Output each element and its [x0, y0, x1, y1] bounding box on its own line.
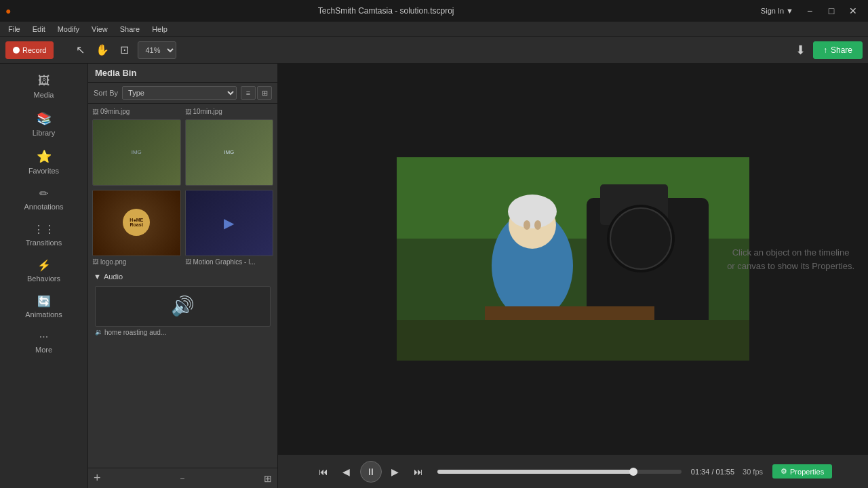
logo-label-row: 🖼 logo.png — [92, 258, 181, 266]
record-button[interactable]: Record — [5, 41, 54, 59]
props-hint-line1: Click an object on the timeline — [732, 247, 850, 258]
audio-file-icon: 🔉 — [95, 329, 102, 336]
media-bin: Media Bin Sort By Type ≡ ⊞ 🖼 09min.jpg 🖼… — [88, 64, 278, 488]
sidebar-item-media[interactable]: 🖼 Media — [3, 68, 85, 104]
media-item-logo[interactable]: H●ME Roast 🖼 logo.png — [92, 190, 181, 266]
audio-section-label: Audio — [104, 272, 123, 281]
sidebar-label-favorites: Favorites — [28, 167, 59, 175]
download-button[interactable]: ⬇ — [792, 41, 809, 59]
svg-point-10 — [534, 220, 541, 230]
menu-file[interactable]: File — [3, 24, 26, 35]
mg-label-row: 🖼 Motion Graphics - l... — [185, 258, 274, 266]
menu-edit[interactable]: Edit — [27, 24, 51, 35]
more-icon: ··· — [39, 331, 48, 343]
zoom-select[interactable]: 41% — [138, 41, 176, 59]
mg-file-icon: 🖼 — [185, 258, 191, 265]
menu-share[interactable]: Share — [115, 24, 145, 35]
minimize-button[interactable]: − — [800, 4, 819, 18]
forward-frame-button[interactable]: ▶ — [386, 462, 405, 481]
titlebar: ● TechSmith Camtasia - solution.tscproj … — [0, 0, 868, 22]
logo-file-icon: 🖼 — [92, 258, 98, 265]
logo-filename: logo.png — [100, 258, 126, 266]
img-preview-10: IMG — [186, 120, 273, 185]
sidebar-label-animations: Animations — [25, 310, 62, 319]
app-menu-area: ● — [5, 5, 11, 16]
pause-button[interactable]: ⏸ — [360, 461, 382, 483]
thumb-motion-graphics: ▶ — [185, 190, 274, 256]
sort-select[interactable]: Type — [122, 86, 237, 100]
grid-view-button[interactable]: ⊞ — [257, 86, 272, 100]
sidebar-item-library[interactable]: 📚 Library — [3, 106, 85, 142]
audio-item-home-roasting[interactable]: 🔊 🔉 home roasting aud... — [92, 283, 273, 339]
svg-rect-11 — [485, 306, 654, 320]
annotations-icon: ✏ — [39, 187, 48, 200]
media-grid: IMG IMG — [92, 119, 273, 266]
sidebar-item-animations[interactable]: 🔄 Animations — [3, 289, 85, 324]
audio-filename: home roasting aud... — [104, 329, 166, 336]
media-icon: 🖼 — [38, 74, 50, 88]
progress-bar[interactable] — [437, 470, 682, 474]
audio-thumb: 🔊 — [95, 286, 271, 327]
preview-controls: ⏮ ◀ ⏸ ▶ ⏭ 01:34 / 01:55 30 fps ⚙ Propert… — [278, 454, 868, 488]
step-forward-button[interactable]: ⏭ — [409, 462, 428, 481]
cursor-tool[interactable]: ↖ — [73, 41, 88, 59]
tool-icons: ↖ ✋ ⊡ — [73, 41, 132, 59]
mg-preview: ▶ — [186, 190, 273, 256]
thumb-09min: IMG — [92, 119, 181, 186]
back-frame-button[interactable]: ◀ — [337, 462, 356, 481]
hand-tool[interactable]: ✋ — [92, 41, 113, 59]
library-icon: 📚 — [37, 111, 52, 126]
media-bin-header: Media Bin — [88, 64, 277, 83]
crop-tool[interactable]: ⊡ — [117, 41, 132, 59]
properties-hint: Click an object on the timeline or canva… — [727, 246, 854, 272]
grid-layout-button[interactable]: ⊞ — [264, 473, 272, 484]
animations-icon: 🔄 — [37, 295, 51, 308]
transitions-icon: ⋮⋮ — [33, 223, 55, 236]
menu-modify[interactable]: Modify — [52, 24, 85, 35]
properties-button[interactable]: ⚙ Properties — [772, 464, 832, 479]
media-item-10min[interactable]: IMG — [185, 119, 274, 186]
maximize-button[interactable]: □ — [822, 4, 841, 18]
media-item-motion-graphics[interactable]: ▶ 🖼 Motion Graphics - l... — [185, 190, 274, 266]
media-bin-footer: + − ⊞ — [88, 468, 277, 488]
add-media-button[interactable]: + — [94, 471, 101, 485]
preview-area: Click an object on the timeline or canva… — [278, 64, 868, 488]
sidebar-item-transitions[interactable]: ⋮⋮ Transitions — [3, 218, 85, 252]
sidebar-item-behaviors[interactable]: ⚡ Behaviors — [3, 253, 85, 288]
sidebar-label-media: Media — [34, 91, 54, 99]
img-preview-09: IMG — [93, 120, 180, 185]
signin-button[interactable]: Sign In ▼ — [761, 7, 793, 15]
sidebar-label-library: Library — [33, 129, 56, 137]
logo-preview: H●ME Roast — [93, 190, 180, 256]
window-controls: − □ ✕ — [800, 4, 863, 18]
09min-label: 09min.jpg — [100, 108, 130, 115]
media-bin-content: 🖼 09min.jpg 🖼 10min.jpg IMG — [88, 104, 277, 468]
media-bin-title: Media Bin — [95, 68, 136, 78]
menu-help[interactable]: Help — [146, 24, 173, 35]
record-dot-icon — [13, 47, 20, 54]
close-button[interactable]: ✕ — [844, 4, 863, 18]
media-item-09min[interactable]: IMG — [92, 119, 181, 186]
media-bin-toolbar: Sort By Type ≡ ⊞ — [88, 83, 277, 104]
props-hint-line2: or canvas to show its Properties. — [727, 260, 854, 270]
sidebar-label-behaviors: Behaviors — [27, 274, 60, 283]
speaker-icon: 🔊 — [171, 295, 195, 317]
sidebar-item-favorites[interactable]: ⭐ Favorites — [3, 144, 85, 180]
sidebar-item-annotations[interactable]: ✏ Annotations — [3, 182, 85, 216]
svg-rect-12 — [397, 320, 749, 361]
menu-view[interactable]: View — [86, 24, 113, 35]
step-back-button[interactable]: ⏮ — [314, 462, 333, 481]
toolbar: Record ↖ ✋ ⊡ 41% ⬇ ↑ Share — [0, 37, 868, 64]
view-buttons: ≡ ⊞ — [241, 86, 272, 100]
share-button[interactable]: ↑ Share — [813, 41, 863, 59]
video-content-svg — [397, 157, 749, 361]
menubar: File Edit Modify View Share Help — [0, 22, 868, 37]
app-icon: ● — [5, 5, 11, 16]
audio-section-header[interactable]: ▼ Audio — [92, 270, 273, 283]
09min-label-row: 🖼 09min.jpg — [92, 108, 181, 115]
list-view-button[interactable]: ≡ — [241, 86, 256, 100]
motion-graphics-icon: ▶ — [224, 215, 234, 231]
sidebar-item-more[interactable]: ··· More — [3, 325, 85, 359]
svg-point-5 — [610, 208, 671, 269]
progress-handle[interactable] — [629, 468, 637, 476]
